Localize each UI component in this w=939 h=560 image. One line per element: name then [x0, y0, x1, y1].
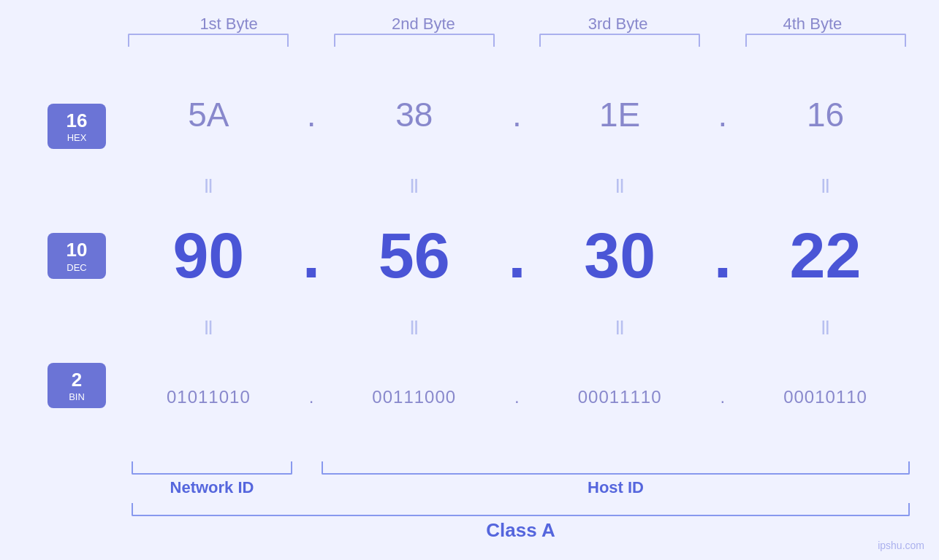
byte-header-3: 3rd Byte: [538, 15, 699, 34]
class-bracket: [132, 503, 910, 516]
bin-number: 2: [58, 369, 96, 391]
base-labels-column: 16 HEX 10 DEC 2 BIN: [29, 54, 124, 458]
equals-1-byte-3: ||: [539, 177, 700, 193]
hex-number: 16: [58, 110, 96, 132]
hex-byte-3: 1E: [599, 95, 640, 134]
bin-byte-3: 00011110: [578, 387, 662, 407]
equals-1-byte-4: ||: [745, 177, 906, 193]
class-label: Class A: [132, 519, 910, 542]
top-bracket-4: [745, 34, 906, 47]
class-bracket-row: Class A: [132, 503, 910, 542]
bin-label: BIN: [58, 391, 96, 402]
dec-row: 90 . 56 . 30 . 22: [124, 195, 910, 316]
dot-bin-1: .: [309, 387, 314, 407]
hex-byte-2: 38: [395, 95, 433, 134]
values-grid: 5A . 38 . 1E . 16 || || || || 90: [124, 54, 910, 458]
dec-byte-3: 30: [584, 218, 655, 293]
equals-1-byte-2: ||: [334, 177, 495, 193]
dec-byte-1: 90: [172, 218, 244, 293]
dec-number: 10: [58, 239, 96, 261]
hex-row: 5A . 38 . 1E . 16: [124, 54, 910, 175]
bottom-section: Network ID Host ID Class A: [29, 461, 910, 545]
byte-header-1: 1st Byte: [148, 15, 309, 34]
equals-row-2: || || || ||: [124, 317, 910, 337]
top-bracket-1: [128, 34, 289, 47]
dot-dec-3: .: [714, 218, 731, 293]
equals-2-byte-1: ||: [128, 318, 289, 335]
bin-byte-2: 00111000: [372, 387, 456, 407]
dot-bin-3: .: [721, 387, 726, 407]
dot-bin-2: .: [514, 387, 520, 407]
dot-hex-2: .: [512, 95, 522, 134]
equals-row-1: || || || ||: [124, 175, 910, 195]
network-host-labels: Network ID Host ID: [132, 478, 910, 497]
network-host-brackets: [132, 461, 910, 475]
dec-badge: 10 DEC: [47, 233, 106, 278]
dot-hex-3: .: [718, 95, 727, 134]
network-bracket: [132, 461, 292, 475]
dec-byte-4: 22: [790, 218, 862, 293]
bin-row: 01011010 . 00111000 . 00011110 . 0001011…: [124, 337, 910, 458]
byte-header-2: 2nd Byte: [343, 15, 503, 34]
host-bracket: [322, 461, 910, 475]
dec-byte-2: 56: [379, 218, 450, 293]
host-id-label: Host ID: [322, 478, 910, 497]
network-id-label: Network ID: [132, 478, 292, 497]
hex-label: HEX: [58, 132, 96, 143]
hex-byte-1: 5A: [188, 95, 229, 134]
hex-byte-4: 16: [807, 95, 844, 134]
dot-dec-1: .: [303, 218, 320, 293]
watermark: ipshu.com: [878, 540, 924, 551]
equals-2-byte-2: ||: [334, 318, 495, 335]
dot-dec-2: .: [508, 218, 525, 293]
bin-badge: 2 BIN: [47, 363, 106, 408]
bin-byte-4: 00010110: [783, 387, 867, 407]
dot-hex-1: .: [307, 95, 316, 134]
dec-label: DEC: [58, 262, 96, 273]
byte-header-4: 4th Byte: [732, 15, 893, 34]
top-bracket-2: [334, 34, 495, 47]
equals-2-byte-3: ||: [539, 318, 700, 335]
equals-2-byte-4: ||: [745, 318, 906, 335]
bin-byte-1: 01011010: [167, 387, 251, 407]
top-bracket-3: [539, 34, 700, 47]
equals-1-byte-1: ||: [128, 177, 289, 193]
hex-badge: 16 HEX: [47, 104, 106, 149]
